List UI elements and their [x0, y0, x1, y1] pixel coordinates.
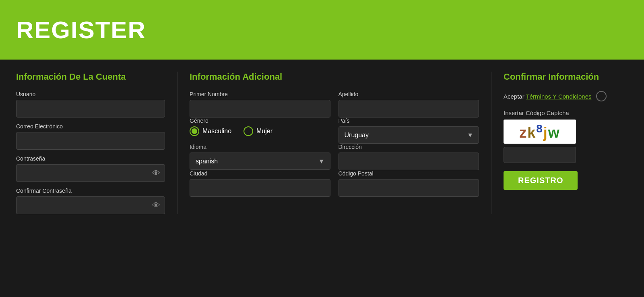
pais-field: País Uruguay Argentina Chile Brazil Colo…: [339, 118, 479, 144]
apellido-field: Apellido: [339, 91, 479, 118]
correo-label: Correo Electrónico: [16, 123, 165, 130]
primer-nombre-input[interactable]: [190, 100, 330, 118]
apellido-label: Apellido: [339, 91, 479, 97]
account-section: Información De La Cuenta Usuario Correo …: [16, 72, 177, 214]
terms-text: Aceptar Términos Y Condiciones: [504, 93, 591, 100]
terms-row: Aceptar Términos Y Condiciones: [504, 91, 628, 101]
captcha-input[interactable]: [504, 147, 576, 163]
codigo-postal-input[interactable]: [339, 179, 479, 197]
confirmar-label: Confirmar Contraseña: [16, 188, 165, 194]
pais-select[interactable]: Uruguay Argentina Chile Brazil Colombia: [339, 126, 479, 144]
page-title: REGISTER: [16, 16, 146, 44]
apellido-input[interactable]: [339, 100, 479, 118]
confirm-section: Confirmar Información Aceptar Términos Y…: [491, 72, 628, 214]
pais-label: País: [339, 118, 479, 124]
password-toggle-icon[interactable]: 👁︎: [152, 169, 160, 178]
idioma-select[interactable]: spanish english portuguese: [190, 153, 330, 170]
pais-select-wrapper: Uruguay Argentina Chile Brazil Colombia …: [339, 126, 479, 144]
contrasena-label: Contraseña: [16, 155, 165, 162]
mujer-label: Mujer: [256, 128, 272, 135]
confirmar-input[interactable]: [16, 196, 165, 214]
masculino-option[interactable]: Masculino: [190, 126, 231, 136]
ciudad-field: Ciudad: [190, 170, 330, 197]
codigo-postal-field: Código Postal: [339, 170, 479, 197]
genero-field: Género Masculino Mujer: [190, 118, 330, 144]
captcha-label: Insertar Código Captcha: [504, 109, 628, 116]
additional-grid: Primer Nombre Apellido Género Masculino: [190, 91, 479, 197]
contrasena-wrapper: 👁︎: [16, 164, 165, 182]
mujer-radio[interactable]: [244, 126, 253, 136]
terms-checkbox[interactable]: [596, 91, 607, 101]
genero-label: Género: [190, 118, 330, 124]
primer-nombre-label: Primer Nombre: [190, 91, 330, 97]
confirm-section-title: Confirmar Información: [504, 72, 628, 82]
mujer-option[interactable]: Mujer: [244, 126, 272, 136]
additional-section: Información Adicional Primer Nombre Apel…: [177, 72, 491, 214]
idioma-select-wrapper: spanish english portuguese ▼: [190, 153, 330, 170]
contrasena-input[interactable]: [16, 164, 165, 182]
confirmar-wrapper: 👁︎: [16, 196, 165, 214]
gender-row: Masculino Mujer: [190, 126, 330, 136]
codigo-postal-label: Código Postal: [339, 170, 479, 177]
captcha-code: zk8jw: [519, 122, 560, 141]
registro-button[interactable]: REGISTRO: [504, 171, 578, 190]
ciudad-input[interactable]: [190, 179, 330, 197]
idioma-field: Idioma spanish english portuguese ▼: [190, 144, 330, 170]
idioma-label: Idioma: [190, 144, 330, 150]
captcha-image: zk8jw: [504, 120, 576, 144]
terms-link[interactable]: Términos Y Condiciones: [526, 93, 592, 100]
direccion-label: Dirección: [339, 144, 479, 150]
masculino-label: Masculino: [202, 128, 231, 135]
main-content: Información De La Cuenta Usuario Correo …: [0, 60, 644, 226]
usuario-input[interactable]: [16, 100, 165, 118]
page-header: REGISTER: [0, 0, 644, 60]
direccion-input[interactable]: [339, 153, 479, 170]
confirm-password-toggle-icon[interactable]: 👁︎: [152, 201, 160, 210]
masculino-radio[interactable]: [190, 126, 199, 136]
usuario-label: Usuario: [16, 91, 165, 97]
account-section-title: Información De La Cuenta: [16, 72, 165, 82]
additional-section-title: Información Adicional: [190, 72, 479, 82]
correo-input[interactable]: [16, 132, 165, 150]
direccion-field: Dirección: [339, 144, 479, 170]
primer-nombre-field: Primer Nombre: [190, 91, 330, 118]
ciudad-label: Ciudad: [190, 170, 330, 177]
